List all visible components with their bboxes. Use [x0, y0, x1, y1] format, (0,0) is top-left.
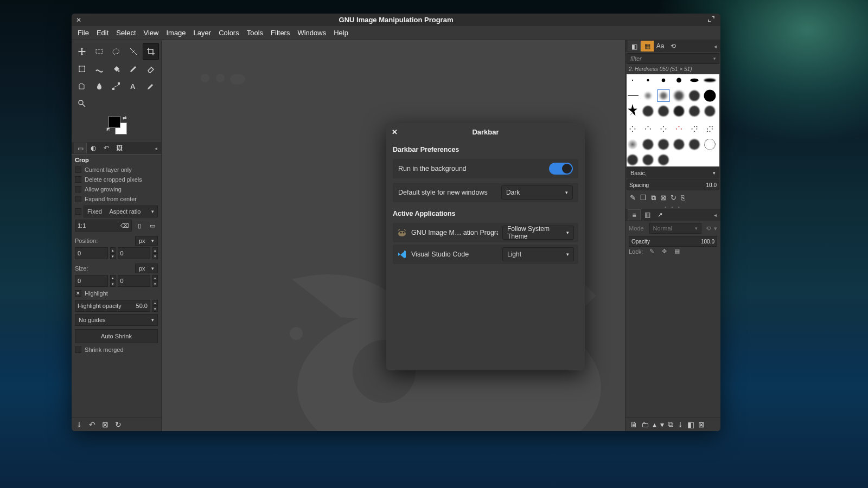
canvas-area[interactable]: ✕ Darkbar Darkbar Preferences Run in the… — [162, 40, 625, 431]
ratio-input[interactable]: 1:1⌫ — [75, 220, 132, 232]
tab-menu-icon[interactable]: ◂ — [712, 212, 718, 218]
size-unit-dropdown[interactable]: px▾ — [135, 264, 158, 273]
lock-alpha-icon[interactable]: ▦ — [674, 248, 680, 255]
menu-colors[interactable]: Colors — [215, 27, 243, 39]
tool-color-picker[interactable] — [143, 78, 159, 94]
tool-paintbrush[interactable] — [125, 61, 142, 77]
app-style-dropdown[interactable]: Light▾ — [502, 247, 574, 261]
refresh-brush-icon[interactable]: ↻ — [671, 194, 676, 202]
tab-tool-options[interactable]: ▭ — [74, 143, 87, 153]
tab-device-status[interactable]: ◐ — [87, 143, 100, 153]
merge-down-icon[interactable]: ⤓ — [677, 420, 684, 429]
reset-icon[interactable]: ↻ — [115, 420, 122, 429]
raise-layer-icon[interactable]: ▴ — [653, 420, 656, 429]
lower-layer-icon[interactable]: ▾ — [660, 420, 664, 429]
panel-grip[interactable]: • • • — [626, 204, 720, 209]
duplicate-layer-icon[interactable]: ⧉ — [668, 420, 673, 429]
swap-colors-icon[interactable]: ⇄ — [123, 115, 127, 120]
spinner[interactable]: ▴▾ — [110, 247, 116, 259]
checkbox-highlight[interactable] — [75, 290, 81, 297]
checkbox-current-layer-only[interactable] — [75, 166, 81, 173]
brush-preset-dropdown[interactable]: Basic,▾ — [627, 168, 719, 178]
tab-channels[interactable]: ▥ — [641, 209, 654, 220]
tool-clone[interactable] — [74, 78, 90, 94]
tab-images[interactable]: 🖼 — [113, 143, 126, 153]
clear-icon[interactable]: ⌫ — [120, 222, 129, 229]
menu-view[interactable]: View — [140, 27, 163, 39]
tool-move[interactable] — [74, 43, 90, 60]
fixed-mode-dropdown[interactable]: Fixed Aspect ratio ▾ — [84, 206, 158, 217]
layer-opacity-input[interactable]: Opacity100.0 — [629, 236, 717, 247]
checkbox-shrink-merged[interactable] — [75, 346, 81, 353]
menu-filters[interactable]: Filters — [267, 27, 293, 39]
lock-pixels-icon[interactable]: ✎ — [649, 248, 654, 255]
delete-brush-icon[interactable]: ⊠ — [660, 194, 666, 202]
orientation-portrait-icon[interactable]: ▯ — [134, 222, 145, 229]
delete-layer-icon[interactable]: ⊠ — [698, 420, 705, 429]
menu-windows[interactable]: Windows — [293, 27, 330, 39]
highlight-opacity-input[interactable]: Highlight opacity50.0 — [75, 300, 150, 312]
tab-fonts[interactable]: Aa — [654, 41, 667, 52]
checkbox-delete-cropped[interactable] — [75, 176, 81, 183]
checkbox-allow-growing[interactable] — [75, 186, 81, 192]
checkbox-expand-center[interactable] — [75, 196, 81, 202]
tool-zoom[interactable] — [74, 95, 90, 112]
open-as-image-icon[interactable]: ⎘ — [681, 194, 685, 202]
tool-eraser[interactable] — [143, 61, 159, 77]
menu-help[interactable]: Help — [330, 27, 352, 39]
tool-transform[interactable] — [74, 61, 90, 77]
save-icon[interactable]: ⤓ — [76, 420, 82, 429]
tool-text[interactable]: A — [125, 78, 142, 94]
new-brush-icon[interactable]: ❐ — [640, 194, 647, 202]
tab-menu-icon[interactable]: ◂ — [712, 43, 718, 49]
tab-menu-icon[interactable]: ◂ — [153, 145, 159, 151]
duplicate-brush-icon[interactable]: ⧉ — [651, 194, 656, 202]
orientation-landscape-icon[interactable]: ▭ — [147, 222, 158, 229]
mask-icon[interactable]: ◧ — [687, 420, 694, 429]
position-unit-dropdown[interactable]: px▾ — [135, 236, 158, 246]
new-layer-icon[interactable]: 🗎 — [630, 420, 637, 429]
tool-free-select[interactable] — [108, 43, 125, 60]
run-background-toggle[interactable] — [549, 163, 573, 175]
tool-fuzzy-select[interactable] — [125, 43, 142, 60]
layer-mode-dropdown[interactable]: Normal▾ — [649, 223, 701, 234]
color-swatches[interactable]: ⇄ ◩ — [74, 115, 159, 136]
tab-layers[interactable]: ≡ — [628, 209, 641, 220]
new-group-icon[interactable]: 🗀 — [641, 420, 649, 429]
brush-grid[interactable] — [627, 74, 719, 166]
app-style-dropdown[interactable]: Follow System Theme▾ — [502, 226, 574, 240]
maximize-icon[interactable] — [707, 15, 716, 24]
menu-file[interactable]: File — [74, 27, 93, 39]
tab-paths[interactable]: ➚ — [654, 209, 667, 220]
menu-select[interactable]: Select — [112, 27, 139, 39]
menu-layer[interactable]: Layer — [190, 27, 215, 39]
spinner[interactable]: ▴▾ — [152, 300, 158, 312]
brush-spacing-input[interactable]: Spacing10.0 — [627, 179, 719, 190]
foreground-color-swatch[interactable] — [108, 116, 120, 128]
size-w-input[interactable]: 0 — [75, 275, 108, 287]
tab-brushes[interactable]: ◧ — [628, 41, 641, 52]
default-colors-icon[interactable]: ◩ — [106, 127, 111, 132]
checkbox-fixed[interactable] — [75, 208, 81, 215]
tool-crop[interactable] — [143, 43, 159, 60]
position-y-input[interactable]: 0 — [118, 247, 151, 259]
close-icon[interactable]: ✕ — [392, 128, 398, 136]
spinner[interactable]: ▴▾ — [152, 275, 158, 287]
tab-patterns[interactable]: ▦ — [641, 41, 654, 52]
chevron-down-icon[interactable]: ▾ — [714, 225, 717, 232]
tab-undo-history[interactable]: ↶ — [100, 143, 113, 153]
size-h-input[interactable]: 0 — [118, 275, 151, 287]
tool-rect-select[interactable] — [91, 43, 107, 60]
gimp-titlebar[interactable]: ✕ GNU Image Manipulation Program — [72, 14, 720, 26]
darkbar-titlebar[interactable]: ✕ Darkbar — [386, 123, 585, 140]
menu-tools[interactable]: Tools — [243, 27, 267, 39]
brush-filter-input[interactable]: filter▾ — [627, 53, 719, 64]
mode-reset-icon[interactable]: ⟲ — [706, 225, 711, 232]
tool-warp[interactable] — [91, 61, 107, 77]
tool-paths[interactable] — [108, 78, 125, 94]
close-icon[interactable]: ✕ — [76, 16, 81, 24]
spinner[interactable]: ▴▾ — [110, 275, 116, 287]
menu-image[interactable]: Image — [162, 27, 189, 39]
auto-shrink-button[interactable]: Auto Shrink — [75, 329, 158, 343]
default-style-dropdown[interactable]: Dark▾ — [501, 185, 573, 200]
